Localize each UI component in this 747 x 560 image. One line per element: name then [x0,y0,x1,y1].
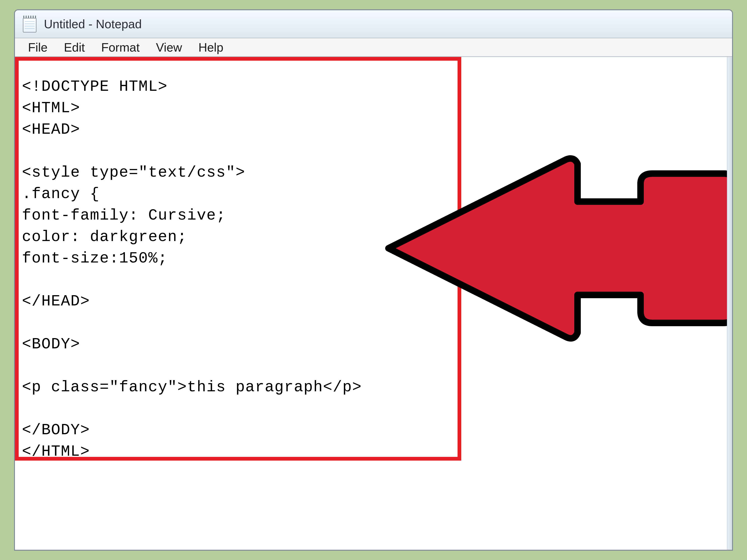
text-area[interactable]: <!DOCTYPE HTML> <HTML> <HEAD> <style typ… [15,57,727,550]
vertical-scrollbar[interactable] [727,57,732,550]
title-bar[interactable]: Untitled - Notepad [15,10,732,38]
menu-bar: File Edit Format View Help [15,38,732,57]
menu-view[interactable]: View [153,41,185,54]
editor-content[interactable]: <!DOCTYPE HTML> <HTML> <HEAD> <style typ… [22,76,362,462]
notepad-icon [22,15,38,33]
arrow-annotation-icon [384,139,727,360]
window-title: Untitled - Notepad [44,17,142,31]
menu-format[interactable]: Format [98,41,143,54]
menu-help[interactable]: Help [195,41,227,54]
notepad-window: Untitled - Notepad File Edit Format View… [14,9,733,551]
page-background: Untitled - Notepad File Edit Format View… [0,0,747,560]
menu-file[interactable]: File [25,41,51,54]
menu-edit[interactable]: Edit [61,41,88,54]
